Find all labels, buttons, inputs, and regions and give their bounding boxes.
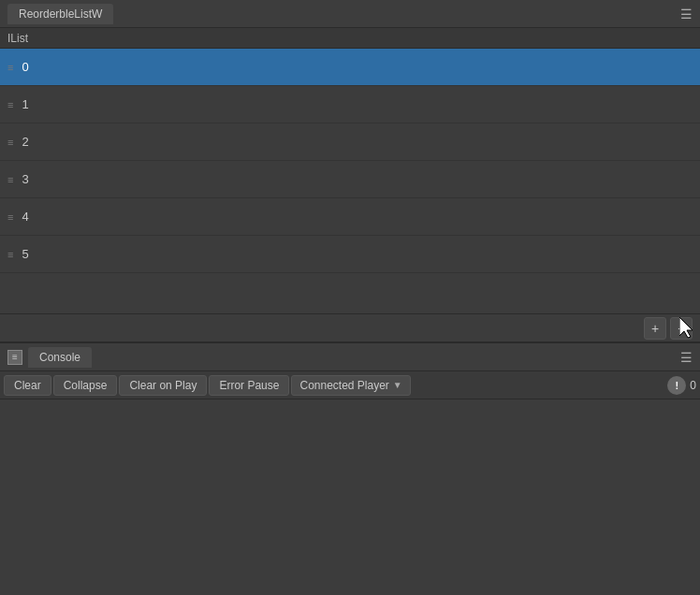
list-item[interactable]: ≡ 4: [0, 198, 700, 236]
list-item[interactable]: ≡ 2: [0, 123, 700, 161]
connected-player-button[interactable]: Connected Player ▼: [291, 375, 410, 396]
list-item[interactable]: ≡ 3: [0, 161, 700, 198]
list-item-label: 0: [22, 60, 28, 74]
drag-handle-icon: ≡: [7, 211, 12, 223]
list-item-label: 2: [22, 135, 28, 149]
console-panel: ≡ Console ☰ Clear Collapse Clear on Play…: [0, 341, 700, 595]
top-panel: ReorderbleListW ☰ IList ≡ 0 ≡ 1 ≡ 2 ≡ 3 …: [0, 0, 700, 341]
console-toolbar: Clear Collapse Clear on Play Error Pause…: [0, 371, 700, 399]
drag-handle-icon: ≡: [7, 137, 12, 148]
list-header-label: IList: [7, 32, 28, 45]
list-header: IList: [0, 28, 700, 49]
drag-handle-icon: ≡: [7, 99, 12, 110]
list-item[interactable]: ≡ 1: [0, 86, 700, 123]
list-item-label: 5: [22, 247, 28, 261]
top-panel-menu-icon[interactable]: ☰: [680, 7, 693, 22]
collapse-button[interactable]: Collapse: [53, 375, 118, 396]
list-item-label: 1: [22, 97, 28, 111]
drag-handle-icon: ≡: [7, 174, 12, 185]
console-tab[interactable]: Console: [28, 347, 92, 368]
console-content: [0, 399, 700, 595]
drag-handle-icon: ≡: [7, 249, 12, 260]
top-panel-footer: + −: [0, 313, 700, 341]
warning-count: 0: [690, 379, 696, 392]
clear-button[interactable]: Clear: [4, 375, 51, 396]
add-item-button[interactable]: +: [644, 317, 666, 340]
list-item[interactable]: ≡ 0: [0, 49, 700, 86]
console-menu-icon[interactable]: ☰: [680, 350, 693, 365]
clear-on-play-button[interactable]: Clear on Play: [119, 375, 207, 396]
console-title-bar: ≡ Console ☰: [0, 343, 700, 371]
connected-player-label: Connected Player: [299, 379, 388, 392]
connected-player-dropdown-icon: ▼: [393, 380, 402, 390]
top-panel-title-bar: ReorderbleListW ☰: [0, 0, 700, 28]
list-item-label: 3: [22, 172, 28, 186]
top-panel-tab[interactable]: ReorderbleListW: [7, 4, 113, 24]
error-pause-button[interactable]: Error Pause: [209, 375, 289, 396]
warning-icon: !: [667, 376, 686, 395]
drag-handle-icon: ≡: [7, 62, 12, 73]
list-item[interactable]: ≡ 5: [0, 236, 700, 273]
remove-item-button[interactable]: −: [670, 317, 693, 340]
console-toolbar-right: ! 0: [667, 376, 696, 395]
console-icon: ≡: [7, 350, 22, 365]
list-items: ≡ 0 ≡ 1 ≡ 2 ≡ 3 ≡ 4 ≡ 5: [0, 49, 700, 313]
list-item-label: 4: [22, 210, 28, 224]
